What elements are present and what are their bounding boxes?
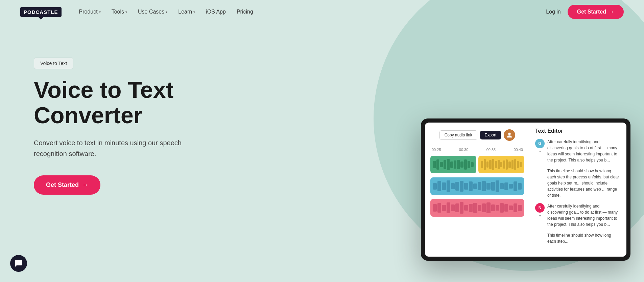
navbar-right: Log in Get Started →	[546, 5, 624, 19]
tablet-inner: Copy audio link Export 00:25 00:30 00:35…	[425, 123, 626, 257]
editor-avatar-g: G	[535, 139, 545, 148]
navbar-left: PODCASTLE Product ▾ Tools ▾ Use Cases ▾ …	[20, 6, 257, 18]
nav-item-use-cases[interactable]: Use Cases ▾	[134, 6, 171, 18]
svg-point-0	[508, 133, 511, 135]
hero-subtitle: Convert voice to text in minutes using o…	[34, 137, 196, 159]
chevron-down-icon: ▾	[125, 10, 127, 14]
waveform-panel: Copy audio link Export 00:25 00:30 00:35…	[425, 123, 530, 257]
editor-avatar-n: N	[535, 203, 545, 213]
chevron-down-icon: ▾	[99, 10, 101, 14]
editor-block-n2: This timeline should show how long each …	[535, 232, 621, 244]
copy-audio-link-button[interactable]: Copy audio link	[439, 130, 477, 140]
waveform-track-pink	[430, 199, 524, 217]
hero-content: Voice to Text Voice to Text Converter Co…	[34, 44, 230, 195]
waveform-track-blue	[430, 177, 524, 195]
waveform-track-green	[430, 156, 476, 173]
chevron-down-icon: ▾	[539, 150, 541, 153]
track-row-1	[430, 156, 524, 173]
tablet-mockup: Copy audio link Export 00:25 00:30 00:35…	[421, 118, 630, 261]
get-started-nav-button[interactable]: Get Started →	[568, 5, 624, 19]
hero-section: Voice to Text Voice to Text Converter Co…	[0, 24, 644, 278]
editor-text-n1: After carefully identifying and discover…	[547, 203, 621, 227]
chevron-down-icon: ▾	[166, 10, 167, 14]
chevron-down-icon: ▾	[539, 214, 541, 218]
nav-item-product[interactable]: Product ▾	[75, 6, 105, 18]
chevron-down-icon: ▾	[193, 10, 195, 14]
user-avatar	[504, 129, 515, 141]
export-button[interactable]: Export	[480, 131, 501, 139]
waveform-toolbar: Copy audio link Export	[430, 129, 524, 141]
text-editor-panel: Text Editor G ▾ After carefully identify…	[530, 123, 626, 257]
text-editor-title: Text Editor	[535, 128, 621, 134]
chat-icon-button[interactable]	[10, 255, 27, 272]
nav-item-pricing[interactable]: Pricing	[233, 6, 257, 18]
nav-item-tools[interactable]: Tools ▾	[108, 6, 131, 18]
hero-badge: Voice to Text	[34, 58, 73, 69]
editor-text-g1: After carefully identifying and discover…	[547, 139, 621, 163]
editor-block-g1: G ▾ After carefully identifying and disc…	[535, 139, 621, 163]
navbar: PODCASTLE Product ▾ Tools ▾ Use Cases ▾ …	[0, 0, 644, 24]
nav-item-ios-app[interactable]: iOS App	[202, 6, 230, 18]
editor-block-g2: This timeline should show how long each …	[535, 168, 621, 198]
logo[interactable]: PODCASTLE	[20, 7, 62, 17]
nav-links: Product ▾ Tools ▾ Use Cases ▾ Learn ▾ iO…	[75, 6, 257, 18]
login-button[interactable]: Log in	[546, 9, 561, 15]
waveform-track-yellow	[478, 156, 524, 173]
logo-text: PODCASTLE	[20, 7, 62, 17]
editor-text-g2: This timeline should show how long each …	[547, 168, 621, 198]
editor-block-n1: N ▾ After carefully identifying and disc…	[535, 203, 621, 227]
editor-text-n2: This timeline should show how long each …	[547, 232, 621, 244]
get-started-hero-button[interactable]: Get Started →	[34, 175, 100, 195]
time-labels: 00:25 00:30 00:35 00:40	[430, 148, 524, 152]
nav-item-learn[interactable]: Learn ▾	[174, 6, 199, 18]
hero-title: Voice to Text Converter	[34, 77, 230, 128]
